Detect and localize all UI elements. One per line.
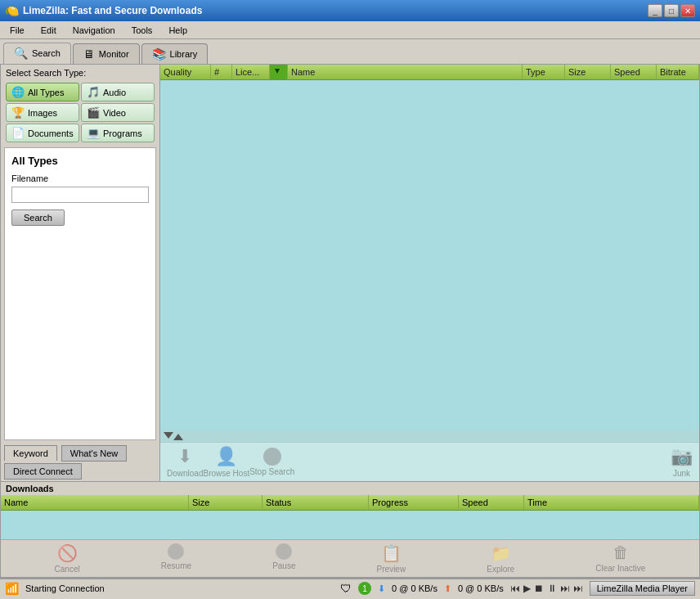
tab-monitor[interactable]: 🖥 Monitor [73,43,140,64]
player-play-button[interactable]: ▶ [523,583,531,594]
menu-file[interactable]: File [3,24,31,37]
junk-label: Junk [673,469,690,478]
signal-icon: 📶 [5,582,19,595]
dl-actions: 🚫 Cancel Resume Pause 📋 Preview 📁 Explor… [1,539,699,577]
col-num[interactable]: # [211,65,232,79]
col-arrow[interactable] [270,65,288,79]
up-arrow-icon: ⬆ [444,583,451,594]
main-content: Select Search Type: 🌐 All Types 🎵 Audio … [0,64,700,578]
bottom-left-tabs: Keyword What's New [1,444,159,462]
tab-library-label: Library [170,49,198,59]
content-area: Select Search Type: 🌐 All Types 🎵 Audio … [0,64,700,482]
results-header: Quality # Lice... Name Type Size Speed B… [160,65,699,80]
monitor-tab-icon: 🖥 [83,47,95,61]
pause-button[interactable]: Pause [272,543,295,574]
browse-host-button[interactable]: 👤 Browse Host [203,446,249,478]
tab-library[interactable]: 📚 Library [141,43,209,64]
browse-host-icon: 👤 [215,446,237,467]
explore-button[interactable]: 📁 Explore [487,543,514,574]
keyword-tab[interactable]: Keyword [4,445,57,461]
player-prev-button[interactable]: ⏮ [510,583,520,594]
search-button[interactable]: Search [11,209,65,226]
images-icon: 🏆 [11,106,25,119]
explore-icon: 📁 [491,543,511,563]
separator [160,430,699,442]
dl-col-name[interactable]: Name [1,495,189,510]
col-bitrate[interactable]: Bitrate [657,65,699,79]
player-stop-button[interactable]: ⏹ [534,583,544,594]
tab-search-label: Search [32,48,61,58]
type-btn-documents[interactable]: 📄 Documents [6,124,79,142]
maximize-button[interactable]: □ [664,4,679,17]
documents-icon: 📄 [11,127,25,139]
tab-search[interactable]: 🔍 Search [3,43,71,64]
resume-button[interactable]: Resume [161,543,191,574]
downloads-section: Downloads Name Size Status Progress Spee… [0,482,700,578]
app-title: LimeZilla: Fast and Secure Downloads [23,5,202,16]
player-end-button[interactable]: ⏭ [573,583,583,594]
right-panel: Quality # Lice... Name Type Size Speed B… [160,65,699,481]
media-player-button[interactable]: LimeZilla Media Player [590,581,695,596]
search-form: All Types Filename Search [4,147,156,440]
menu-navigation[interactable]: Navigation [66,24,122,37]
type-btn-all-types[interactable]: 🌐 All Types [6,83,79,101]
clear-inactive-icon: 🗑 [612,543,629,562]
speed-down: 0 @ 0 KB/s [392,583,438,593]
filename-input[interactable] [11,187,149,203]
stop-search-button[interactable]: Stop Search [249,448,294,476]
dl-col-status[interactable]: Status [262,495,369,510]
menu-tools[interactable]: Tools [125,24,159,37]
svg-marker-2 [173,434,183,440]
whats-new-tab[interactable]: What's New [61,445,127,462]
status-text: Starting Connection [25,583,334,593]
status-badge: 1 [358,582,371,595]
tab-monitor-label: Monitor [99,49,129,59]
filename-label: Filename [11,173,149,183]
download-icon: ⬇ [177,446,192,467]
type-btn-programs[interactable]: 💻 Programs [81,124,155,142]
pause-icon [276,543,292,560]
col-license[interactable]: Lice... [232,65,270,79]
svg-marker-1 [164,432,173,439]
menu-edit[interactable]: Edit [34,24,63,37]
search-type-label: Select Search Type: [1,65,159,81]
junk-button[interactable]: 📷 Junk [671,446,693,478]
download-button[interactable]: ⬇ Download [167,446,203,478]
app-icon: 🍋 [5,4,19,17]
menu-bar: File Edit Navigation Tools Help [0,21,700,39]
all-types-label: All Types [28,88,64,97]
library-tab-icon: 📚 [152,47,166,61]
video-label: Video [103,108,126,118]
left-panel: Select Search Type: 🌐 All Types 🎵 Audio … [1,65,160,481]
direct-connect-tab[interactable]: Direct Connect [4,463,82,480]
type-btn-audio[interactable]: 🎵 Audio [81,83,155,101]
type-btn-images[interactable]: 🏆 Images [6,103,79,122]
player-next-button[interactable]: ⏭ [560,583,570,594]
dl-col-progress[interactable]: Progress [369,495,459,510]
col-quality[interactable]: Quality [160,65,211,79]
cancel-button[interactable]: 🚫 Cancel [55,543,80,574]
menu-help[interactable]: Help [162,24,194,37]
downloads-header-bar: Downloads [1,482,699,495]
col-name[interactable]: Name [288,65,523,79]
search-type-grid: 🌐 All Types 🎵 Audio 🏆 Images 🎬 Video 📄 [1,81,159,144]
status-bar: 📶 Starting Connection 🛡 1 ⬇ 0 @ 0 KB/s ⬆… [0,578,700,597]
close-button[interactable]: ✕ [680,4,695,17]
minimize-button[interactable]: _ [648,4,662,17]
col-speed[interactable]: Speed [611,65,657,79]
audio-icon: 🎵 [87,86,100,98]
down-arrow-icon: ⬇ [378,583,385,594]
player-pause-button[interactable]: ⏸ [547,583,557,594]
dl-col-size[interactable]: Size [189,495,262,510]
preview-button[interactable]: 📋 Preview [377,543,406,574]
preview-icon: 📋 [381,543,402,563]
title-bar-controls: _ □ ✕ [648,4,695,17]
dl-col-time[interactable]: Time [524,495,699,510]
type-btn-video[interactable]: 🎬 Video [81,103,155,122]
clear-inactive-button[interactable]: 🗑 Clear Inactive [595,543,645,574]
dl-col-speed[interactable]: Speed [459,495,524,510]
resume-icon [168,543,184,560]
col-type[interactable]: Type [523,65,565,79]
downloads-cols: Name Size Status Progress Speed Time [1,495,699,511]
col-size[interactable]: Size [565,65,611,79]
